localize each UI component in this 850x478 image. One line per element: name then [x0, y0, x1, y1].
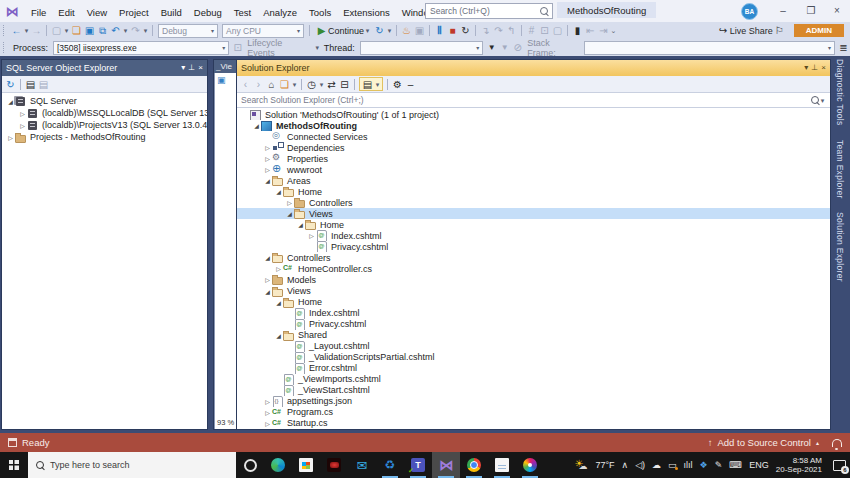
step-out-button[interactable]: ↰: [505, 23, 518, 38]
forward-icon[interactable]: ›: [252, 77, 265, 92]
taskbar-app-sync[interactable]: ♻: [376, 452, 404, 478]
taskbar-app-cortana[interactable]: [236, 452, 264, 478]
platform-combo[interactable]: Any CPU▾: [222, 24, 304, 38]
redo-dropdown[interactable]: ▾: [142, 23, 149, 38]
toolbar-grip[interactable]: [3, 25, 7, 36]
tree-item-appsettings-json[interactable]: ▷appsettings.json: [237, 396, 830, 407]
tree-item--layout-cshtml[interactable]: _Layout.cshtml: [237, 341, 830, 352]
expander-icon[interactable]: ▷: [263, 166, 272, 173]
expander-icon[interactable]: ◢: [252, 122, 261, 129]
step-over-button[interactable]: ↷: [492, 23, 505, 38]
editor-body[interactable]: ▣ 93 %: [214, 73, 236, 429]
feedback-icon[interactable]: ⚐: [773, 23, 786, 38]
show-all-files-toggle[interactable]: ▤ ▾: [359, 77, 383, 91]
show-hidden-icons-button[interactable]: ∧: [622, 460, 629, 470]
tree-item-solution-methodsofrouting-1-of-1-project-[interactable]: Solution 'MethodsOfRouting' (1 of 1 proj…: [237, 109, 830, 120]
stop-debugging-button[interactable]: ■: [446, 23, 459, 38]
restart-button[interactable]: ↻: [459, 23, 472, 38]
window-position-icon[interactable]: ▾: [804, 64, 808, 72]
tree-item-areas[interactable]: ◢Areas: [237, 175, 830, 186]
expander-icon[interactable]: ◢: [296, 221, 305, 228]
tree-item-homecontroller-cs[interactable]: ▷HomeController.cs: [237, 263, 830, 274]
tree-item-privacy-cshtml[interactable]: Privacy.cshtml: [237, 319, 830, 330]
menu-analyze[interactable]: Analyze: [257, 7, 303, 18]
tree-item-controllers[interactable]: ◢Controllers: [237, 252, 830, 263]
tree-item-views[interactable]: ◢Views: [237, 208, 830, 219]
break-all-button[interactable]: Ⅱ: [433, 23, 446, 38]
taskbar-app-edge[interactable]: [264, 452, 292, 478]
taskbar-app-visual-studio[interactable]: ⋈: [432, 452, 460, 478]
user-avatar[interactable]: BA: [741, 3, 758, 20]
tree-item-views[interactable]: ◢Views: [237, 286, 830, 297]
menu-build[interactable]: Build: [155, 7, 188, 18]
sync-with-active-document-icon[interactable]: ⇄: [325, 77, 338, 92]
live-share-button[interactable]: ↪ Live Share: [717, 23, 773, 38]
navigate-back-dropdown[interactable]: ▾: [23, 23, 30, 38]
step-into-button[interactable]: ↴: [479, 23, 492, 38]
side-tab-solution-explorer[interactable]: Solution Explorer: [835, 212, 845, 282]
switch-views-icon[interactable]: ❏: [278, 77, 291, 92]
expander-icon[interactable]: ◢: [285, 210, 294, 217]
menu-test[interactable]: Test: [228, 7, 257, 18]
process-combo[interactable]: [3508] iisexpress.exe▾: [53, 41, 229, 55]
bookmark-button[interactable]: ▮: [571, 23, 584, 38]
undo-button[interactable]: ↶: [109, 23, 122, 38]
tree-item-models[interactable]: ▷Models: [237, 274, 830, 285]
menu-debug[interactable]: Debug: [188, 7, 228, 18]
minimize-button[interactable]: –: [770, 0, 796, 21]
redo-button[interactable]: ↷: [129, 23, 142, 38]
expander-icon[interactable]: ▷: [274, 265, 283, 272]
tree-item-program-cs[interactable]: ▷Program.cs: [237, 407, 830, 418]
editor-zoom-level[interactable]: 93 %: [215, 418, 236, 429]
navigate-forward-button[interactable]: →: [30, 23, 43, 38]
back-icon[interactable]: ‹: [239, 77, 252, 92]
notification-center-icon[interactable]: 6: [833, 460, 846, 471]
tree-item-sql-server[interactable]: ◢SQL Server: [2, 95, 207, 107]
tree-item-error-cshtml[interactable]: Error.cshtml: [237, 363, 830, 374]
expander-icon[interactable]: ◢: [274, 188, 283, 195]
expander-icon[interactable]: ▷: [263, 155, 272, 162]
pen-icon[interactable]: ✎: [715, 460, 723, 470]
expander-icon[interactable]: ▷: [263, 276, 272, 283]
hex-display-button[interactable]: #: [525, 23, 538, 38]
taskbar-app-game[interactable]: [320, 452, 348, 478]
lifecycle-events-label[interactable]: Lifecycle Events: [247, 38, 311, 58]
tree-item--validationscriptspartial-cshtml[interactable]: _ValidationScriptsPartial.cshtml: [237, 352, 830, 363]
taskbar-app-teams[interactable]: T: [404, 452, 432, 478]
start-button[interactable]: [0, 452, 28, 478]
expander-icon[interactable]: ◢: [274, 332, 283, 339]
menu-view[interactable]: View: [81, 7, 113, 18]
tree-item-projects-methodsofrouting[interactable]: ▷Projects - MethodsOfRouting: [2, 131, 207, 143]
stack-frame-combo[interactable]: ▾: [584, 41, 835, 55]
refresh-icon[interactable]: ↻: [4, 77, 17, 92]
tree-item-home[interactable]: ◢Home: [237, 297, 830, 308]
configuration-combo[interactable]: Debug▾: [158, 24, 218, 38]
menu-file[interactable]: File: [25, 7, 52, 18]
expander-icon[interactable]: ▷: [263, 144, 272, 151]
filter-dropdown[interactable]: ▾: [318, 77, 325, 92]
tree-item-startup-cs[interactable]: ▷Startup.cs: [237, 418, 830, 429]
menu-edit[interactable]: Edit: [52, 7, 80, 18]
expander-icon[interactable]: ▷: [18, 122, 27, 129]
collapse-all-icon[interactable]: ⊟: [338, 77, 351, 92]
weather-icon[interactable]: ☀ ☁: [574, 459, 588, 472]
close-icon[interactable]: ×: [821, 64, 826, 72]
source-control-button[interactable]: ↑ Add to Source Control ▴: [708, 437, 842, 448]
open-file-button[interactable]: ❏: [70, 23, 83, 38]
breakpoint-window-button[interactable]: ⊡: [538, 23, 551, 38]
filter-icon[interactable]: ▼: [485, 40, 498, 55]
security-shield-icon[interactable]: ❖: [700, 460, 708, 470]
admin-badge[interactable]: ADMIN: [794, 24, 844, 37]
expander-icon[interactable]: ▷: [263, 409, 272, 416]
toolbar-grip[interactable]: [3, 42, 7, 53]
switch-views-dropdown[interactable]: ▾: [291, 77, 298, 92]
network-icon[interactable]: ılıl: [684, 460, 693, 470]
immediate-window-button[interactable]: ▢: [551, 23, 564, 38]
tree-item--localdb-projectsv13-sql-server-13-0-4001-lini[interactable]: ▷(localdb)\ProjectsV13 (SQL Server 13.0.…: [2, 119, 207, 131]
tree-item-index-cshtml[interactable]: ▷Index.cshtml: [237, 230, 830, 241]
side-tab-team-explorer[interactable]: Team Explorer: [835, 140, 845, 199]
previous-bookmark-button[interactable]: ⇤: [584, 23, 597, 38]
expander-icon[interactable]: ▷: [285, 199, 294, 206]
stack-list-icon[interactable]: ≣: [837, 40, 850, 55]
next-bookmark-button[interactable]: ⇥: [597, 23, 610, 38]
